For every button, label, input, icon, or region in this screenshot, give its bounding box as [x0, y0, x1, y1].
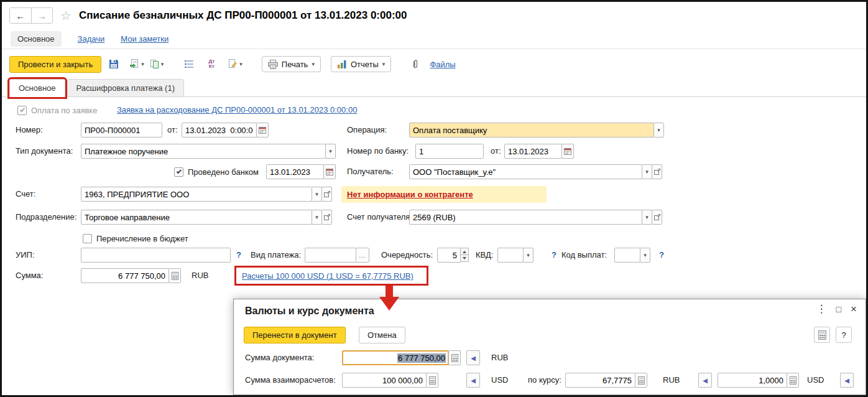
more-icon[interactable]: ⋮ [816, 304, 827, 314]
cancel-button[interactable]: Отмена [359, 327, 405, 343]
amount-calculator-button[interactable] [169, 268, 181, 283]
payee-account-dropdown-button[interactable]: ▾ [642, 210, 652, 225]
expense-request-link[interactable]: Заявка на расходование ДС ПР00-000001 от… [117, 105, 357, 114]
settlement-calculation-link[interactable]: Расчеты 100 000 USD (1 USD = 67,7775 RUB… [242, 271, 413, 281]
dtkt-button[interactable]: Дт Кт [203, 56, 219, 72]
forward-button[interactable]: → [31, 8, 52, 23]
amount-input[interactable] [81, 268, 169, 283]
attachments-button[interactable] [407, 56, 423, 72]
dialog-calculator-button[interactable] [814, 327, 830, 343]
edit-document-button[interactable]: ▾ [226, 56, 244, 72]
settlement-amount-input[interactable] [342, 373, 427, 388]
department-input[interactable] [81, 210, 312, 225]
transfer-to-document-button[interactable]: Перенести в документ [244, 327, 346, 343]
reports-button-label: Отчеты [351, 60, 379, 69]
uip-input[interactable] [81, 248, 231, 263]
rate-input[interactable] [565, 373, 635, 388]
budget-transfer-checkbox[interactable]: Перечисление в бюджет [83, 232, 188, 245]
date-calendar-button[interactable] [256, 123, 269, 138]
checkbox-checked-icon [17, 106, 27, 115]
maximize-icon[interactable]: □ [836, 305, 841, 314]
doc-type-input[interactable] [81, 144, 326, 159]
print-button-label: Печать [282, 60, 308, 69]
posted-date-input[interactable] [266, 164, 324, 179]
payee-account-input[interactable] [409, 210, 642, 225]
pay-by-request-checkbox[interactable]: Оплата по заявке [17, 104, 97, 116]
priority-input[interactable] [437, 248, 461, 263]
calculator-icon [638, 376, 645, 385]
calendar-icon [326, 168, 333, 175]
reports-button[interactable]: Отчеты ▾ [331, 56, 391, 72]
operation-dropdown-button[interactable]: ▾ [653, 123, 664, 138]
multiplicity-calculator-button[interactable] [787, 373, 799, 388]
app-window: ← → ☆ Списание безналичных ДС ПР00-П0000… [0, 0, 868, 397]
nav-tab-notes[interactable]: Мои заметки [121, 34, 169, 44]
multiplicity-transfer-button[interactable]: ◀ [840, 373, 854, 388]
doc-type-dropdown-button[interactable]: ▾ [325, 144, 336, 159]
account-dropdown-button[interactable]: ▾ [312, 187, 322, 202]
doc-amount-calculator-button[interactable] [448, 350, 461, 365]
calculator-icon [172, 272, 178, 280]
bank-date-input[interactable] [504, 144, 562, 159]
payee-input[interactable] [409, 164, 642, 179]
counterparty-warning-link[interactable]: Нет информации о контрагенте [347, 190, 473, 199]
chevron-down-icon: ▾ [527, 253, 530, 258]
rate-transfer-button[interactable]: ◀ [698, 373, 712, 388]
post-document-button[interactable]: ▾ [127, 56, 146, 72]
files-link[interactable]: Файлы [430, 60, 455, 69]
payout-code-help-link[interactable]: ? [659, 248, 664, 263]
department-dropdown-button[interactable]: ▾ [312, 210, 322, 225]
payout-code-input[interactable] [614, 248, 640, 263]
payee-account-open-button[interactable] [652, 210, 662, 225]
document-tabs: Основное Расшифровка платежа (1) [2, 78, 866, 97]
chevron-down-icon: ▾ [329, 149, 332, 154]
favorite-star-icon[interactable]: ☆ [60, 8, 72, 23]
chevron-down-icon: ▾ [645, 215, 649, 220]
posted-date-calendar-button[interactable] [323, 164, 336, 179]
payee-dropdown-button[interactable]: ▾ [642, 164, 652, 179]
nav-tab-tasks[interactable]: Задачи [78, 34, 105, 44]
payout-code-dropdown-button[interactable]: ▾ [640, 248, 650, 263]
back-button[interactable]: ← [10, 8, 31, 23]
multiplicity-input[interactable] [718, 373, 787, 388]
uip-help-link[interactable]: ? [236, 248, 241, 263]
payee-open-button[interactable] [652, 164, 662, 179]
nav-tab-main[interactable]: Основное [11, 31, 62, 47]
number-input[interactable] [81, 123, 162, 138]
date-input[interactable] [182, 123, 257, 138]
save-button[interactable] [106, 56, 122, 72]
tab-payment-details[interactable]: Расшифровка платежа (1) [67, 79, 184, 97]
document-form: Оплата по заявке Заявка на расходование … [2, 97, 866, 301]
print-button[interactable]: Печать ▾ [262, 56, 321, 72]
bank-date-calendar-button[interactable] [561, 144, 574, 159]
posted-by-bank-checkbox[interactable]: Проведено банком [174, 166, 259, 178]
bank-number-input[interactable] [415, 144, 484, 159]
doc-amount-input[interactable]: 6 777 750,00 [342, 350, 449, 365]
settlement-amount-transfer-button[interactable]: ◀ [466, 373, 480, 388]
payment-kind-choose-button[interactable]: ... [356, 248, 369, 263]
priority-stepper[interactable] [460, 248, 469, 263]
checkbox-checked-icon [174, 167, 183, 177]
date-label: от: [167, 123, 178, 138]
post-and-close-button[interactable]: Провести и закрыть [9, 56, 101, 73]
account-input[interactable] [81, 187, 312, 202]
settlement-amount-calculator-button[interactable] [426, 373, 438, 388]
dialog-help-button[interactable]: ? [836, 327, 852, 343]
doc-amount-transfer-button[interactable]: ◀ [466, 350, 480, 365]
operation-label: Операция: [347, 123, 387, 138]
open-link-icon [653, 213, 661, 221]
edit-document-icon [228, 59, 238, 69]
payment-kind-input[interactable] [305, 248, 356, 263]
kvd-help-link[interactable]: ? [552, 248, 556, 263]
create-based-on-button[interactable]: ▾ [147, 56, 166, 72]
kvd-dropdown-button[interactable]: ▾ [523, 248, 533, 263]
kvd-input[interactable] [497, 248, 524, 263]
rate-calculator-button[interactable] [635, 373, 647, 388]
tab-main[interactable]: Основное [9, 79, 65, 97]
close-icon[interactable]: × [851, 304, 857, 314]
account-open-button[interactable] [321, 187, 332, 202]
operation-input[interactable] [409, 123, 654, 138]
post-document-icon [129, 59, 139, 69]
department-open-button[interactable] [321, 210, 332, 225]
register-records-button[interactable] [181, 56, 197, 72]
